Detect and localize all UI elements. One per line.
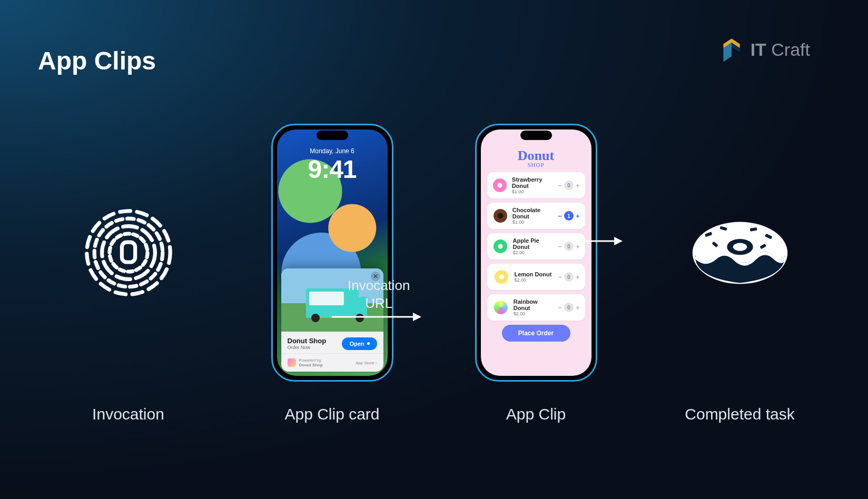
open-button[interactable]: Open xyxy=(342,337,377,350)
donut-thumb-icon xyxy=(492,207,508,225)
donut-thumb-icon xyxy=(492,268,510,286)
plus-button[interactable]: + xyxy=(576,273,580,281)
logo-icon xyxy=(718,36,745,63)
lockscreen-time: 9:41 xyxy=(277,155,388,184)
app-store-link[interactable]: App Store › xyxy=(356,361,377,365)
item-price: $1.00 xyxy=(512,189,554,194)
shop-title: Donut xyxy=(487,149,585,162)
plus-button[interactable]: + xyxy=(576,212,580,220)
page-title: App Clips xyxy=(38,46,156,75)
minus-button[interactable]: − xyxy=(558,243,562,251)
label-invocation: Invocation xyxy=(26,405,230,423)
item-name: Chocolate Donut xyxy=(512,207,554,219)
minus-button[interactable]: − xyxy=(558,304,562,312)
clip-subtitle: Order Now xyxy=(288,345,327,350)
app-icon xyxy=(288,358,296,367)
plus-button[interactable]: + xyxy=(576,182,580,189)
minus-button[interactable]: − xyxy=(558,182,562,189)
label-clip-card: App Clip card xyxy=(230,405,434,423)
arrow-icon xyxy=(570,236,623,246)
svg-rect-4 xyxy=(122,242,135,262)
qty-badge: 0 xyxy=(564,181,574,190)
qty-badge: 1 xyxy=(564,211,574,221)
item-name: Rainbow Donut xyxy=(514,298,554,311)
stage-labels: Invocation App Clip card App Clip Comple… xyxy=(0,405,868,423)
qty-badge: 0 xyxy=(564,303,574,312)
svg-point-7 xyxy=(733,243,747,251)
phone-clip-card: Monday, June 6 9:41 ✕ Donut Shop Order N… xyxy=(271,124,393,382)
brand-logo: IT Craft xyxy=(718,36,810,63)
clip-app-name: Donut Shop xyxy=(288,337,327,345)
list-item: Lemon Donut$2.00−0+ xyxy=(487,264,585,290)
list-item: Strawberry Donut$1.00−0+ xyxy=(487,172,585,198)
dynamic-island-icon xyxy=(520,131,552,140)
minus-button[interactable]: − xyxy=(558,273,562,281)
invocation-url-label: InvocationURL xyxy=(348,277,410,313)
plus-button[interactable]: + xyxy=(576,304,580,312)
phone-app-clip: Donut SHOP Strawberry Donut$1.00−0+Choco… xyxy=(475,124,597,382)
qty-badge: 0 xyxy=(564,272,574,282)
label-clip: App Clip xyxy=(434,405,638,423)
item-price: $1.00 xyxy=(512,219,554,225)
list-item: Rainbow Donut$2.00−0+ xyxy=(487,294,585,321)
svg-point-0 xyxy=(86,211,170,294)
donut-thumb-icon xyxy=(492,176,508,194)
item-name: Strawberry Donut xyxy=(512,176,554,189)
arrow-icon xyxy=(332,312,421,322)
item-price: $2.00 xyxy=(515,277,552,283)
item-price: $2.00 xyxy=(513,250,554,255)
powered-app-name: Donut Shop xyxy=(299,363,323,367)
label-completed: Completed task xyxy=(638,405,842,423)
app-clip-code-icon xyxy=(81,205,176,300)
item-name: Apple Pie Donut xyxy=(513,237,554,250)
donut-thumb-icon xyxy=(492,237,509,255)
svg-point-1 xyxy=(94,218,163,287)
shop-subtitle: SHOP xyxy=(487,162,585,168)
item-price: $2.00 xyxy=(514,311,554,316)
svg-point-3 xyxy=(110,234,147,272)
place-order-button[interactable]: Place Order xyxy=(502,325,570,342)
donut-icon xyxy=(690,218,790,288)
donut-thumb-icon xyxy=(492,298,509,316)
powered-by-label: Powered by xyxy=(299,358,323,363)
lockscreen-date: Monday, June 6 xyxy=(277,147,388,155)
item-name: Lemon Donut xyxy=(515,271,552,277)
dynamic-island-icon xyxy=(317,131,348,140)
list-item: Chocolate Donut$1.00−1+ xyxy=(487,203,585,229)
minus-button[interactable]: − xyxy=(558,212,562,220)
